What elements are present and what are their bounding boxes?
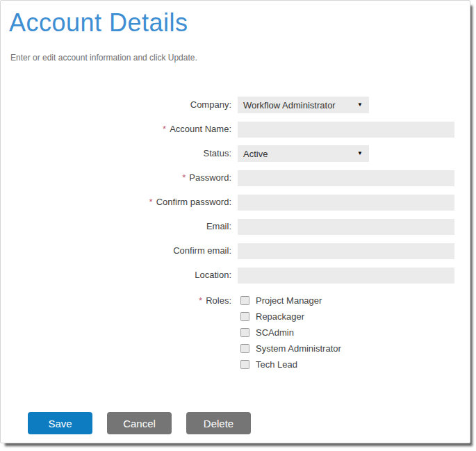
role-checkbox-project-manager[interactable] [240, 296, 249, 305]
roles-label: *Roles: [1, 293, 231, 306]
button-row: Save Cancel Delete [28, 412, 470, 434]
delete-button[interactable]: Delete [186, 412, 251, 434]
role-option-scadmin: SCAdmin [240, 327, 341, 338]
required-marker: * [182, 172, 186, 183]
required-marker: * [149, 197, 153, 207]
page-subtitle: Enter or edit account information and cl… [10, 53, 470, 63]
required-marker: * [199, 295, 202, 306]
role-checkbox-system-administrator[interactable] [240, 344, 249, 353]
role-option-project-manager: Project Manager [240, 295, 341, 306]
cancel-button[interactable]: Cancel [107, 412, 172, 434]
role-checkbox-scadmin[interactable] [240, 328, 249, 337]
role-option-tech-lead: Tech Lead [240, 359, 341, 370]
account-details-panel: Account Details Enter or edit account in… [0, 0, 470, 443]
dropdown-arrow-icon: ▼ [357, 151, 363, 156]
status-select-value: Active [243, 149, 268, 159]
form-row-status: *Status: Active ▼ [1, 145, 470, 162]
form-row-password: *Password: [1, 170, 470, 186]
account-name-label: *Account Name: [1, 121, 231, 138]
account-name-input[interactable] [238, 122, 454, 138]
password-input[interactable] [238, 170, 454, 186]
location-input[interactable] [238, 268, 454, 284]
form-row-email: *Email: [1, 218, 470, 235]
form-row-confirm-email: *Confirm email: [1, 243, 470, 259]
required-marker: * [163, 124, 166, 134]
status-label: *Status: [1, 145, 231, 162]
confirm-password-input[interactable] [238, 195, 454, 211]
email-label: *Email: [1, 218, 231, 235]
dropdown-arrow-icon: ▼ [357, 102, 363, 108]
form-row-company: *Company: Workflow Administrator ▼ [1, 97, 470, 113]
status-select[interactable]: Active ▼ [238, 145, 369, 162]
roles-checkbox-group: Project Manager Repackager SCAdmin Syste… [238, 293, 341, 375]
email-input[interactable] [238, 219, 454, 235]
confirm-email-label: *Confirm email: [1, 243, 231, 259]
password-label: *Password: [1, 170, 231, 186]
form-row-roles: *Roles: Project Manager Repackager SCAdm… [1, 293, 470, 375]
role-checkbox-repackager[interactable] [240, 312, 249, 321]
page-title: Account Details [9, 8, 470, 38]
form-row-account-name: *Account Name: [1, 121, 470, 138]
account-form: *Company: Workflow Administrator ▼ *Acco… [1, 97, 470, 434]
company-select[interactable]: Workflow Administrator ▼ [238, 97, 369, 113]
company-label: *Company: [1, 97, 231, 113]
save-button[interactable]: Save [28, 412, 92, 434]
role-option-system-administrator: System Administrator [240, 343, 341, 354]
form-row-location: *Location: [1, 267, 470, 284]
company-select-value: Workflow Administrator [243, 100, 336, 110]
form-row-confirm-password: *Confirm password: [1, 194, 470, 211]
location-label: *Location: [1, 267, 231, 284]
confirm-password-label: *Confirm password: [1, 194, 231, 211]
role-option-repackager: Repackager [240, 311, 341, 322]
confirm-email-input[interactable] [238, 243, 454, 259]
role-checkbox-tech-lead[interactable] [240, 360, 249, 369]
